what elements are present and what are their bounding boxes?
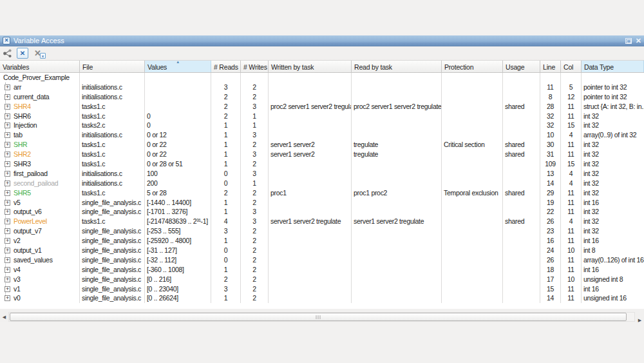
cell-reads[interactable]: 3 [211,226,241,236]
cell-line[interactable]: 14 [540,293,561,303]
expand-plus-icon[interactable]: + [5,228,10,234]
cell-values[interactable] [145,73,211,83]
cell-line[interactable]: 26 [540,255,561,265]
cell-file[interactable]: tasks1.c [80,188,145,198]
cell-read_by[interactable] [352,159,442,169]
cell-file[interactable]: tasks1.c [80,159,145,169]
cell-data_type[interactable]: int 16 [582,236,644,246]
table-row[interactable]: +v3single_file_analysis.c[0 .. 216]22171… [0,275,644,284]
cell-file[interactable]: tasks1.c [80,217,145,226]
column-header-read_by[interactable]: Read by task [352,61,442,72]
cell-writes[interactable]: 2 [241,188,269,198]
cell-read_by[interactable] [352,121,442,130]
cell-protection[interactable] [442,255,503,265]
cell-usage[interactable] [503,169,540,179]
cell-writes[interactable]: 3 [241,102,269,112]
cell-file[interactable]: single_file_analysis.c [80,293,145,303]
cell-values[interactable]: [-25920 .. 4800] [145,236,211,246]
cell-line[interactable]: 19 [540,198,561,208]
cell-reads[interactable]: 0 [211,179,241,188]
cell-values[interactable] [145,102,211,112]
cell-values[interactable]: 0 or 22 [145,140,211,150]
table-row[interactable]: +SHR2tasks1.c0 or 2213server1 server2tre… [0,150,644,159]
cell-usage[interactable] [503,255,540,265]
cell-data_type[interactable]: int 32 [582,179,644,188]
expand-plus-icon[interactable]: + [5,104,10,110]
cell-line[interactable]: 109 [540,159,561,169]
cell-name[interactable]: +output_v6 [0,207,80,217]
cell-usage[interactable] [503,207,540,217]
column-header-col[interactable]: Col [561,61,582,72]
cell-data_type[interactable]: int 32 [582,169,644,179]
cell-data_type[interactable]: int 32 [582,226,644,236]
cell-line[interactable]: 15 [540,284,561,294]
cell-reads[interactable]: 3 [211,284,241,294]
cell-data_type[interactable]: int 16 [582,284,644,294]
cell-writes[interactable]: 2 [241,83,269,92]
cell-usage[interactable]: shared [503,217,540,226]
table-row[interactable]: +SHRtasks1.c0 or 2212server1 server2treg… [0,140,644,150]
cell-data_type[interactable]: int 32 [582,207,644,217]
cell-read_by[interactable] [352,83,442,92]
cell-usage[interactable] [503,73,540,83]
cell-line[interactable]: 31 [540,150,561,159]
cell-line[interactable]: 26 [540,217,561,226]
expand-plus-icon[interactable]: + [5,209,10,215]
scrollbar-track[interactable] [8,312,635,322]
cell-reads[interactable]: 1 [211,159,241,169]
cell-written_by[interactable] [269,112,352,121]
cell-values[interactable]: 0 or 12 [145,130,211,140]
cell-written_by[interactable] [269,169,352,179]
cell-protection[interactable] [442,121,503,130]
cell-name[interactable]: Code_Prover_Example [0,73,80,83]
cell-data_type[interactable]: struct {A: int 32, B: in.. [582,102,644,112]
expand-plus-icon[interactable]: + [5,161,10,167]
cell-file[interactable]: initialisations.c [80,83,145,92]
cell-line[interactable]: 13 [540,169,561,179]
cell-file[interactable]: tasks1.c [80,140,145,150]
column-header-name[interactable]: Variables [0,61,80,72]
cell-file[interactable]: single_file_analysis.c [80,265,145,275]
cell-line[interactable]: 10 [540,130,561,140]
cell-usage[interactable] [503,130,540,140]
cell-file[interactable]: single_file_analysis.c [80,207,145,217]
cell-line[interactable]: 16 [540,236,561,246]
cell-usage[interactable] [503,83,540,92]
cell-name[interactable]: +output_v7 [0,226,80,236]
cell-written_by[interactable] [269,130,352,140]
table-row[interactable]: +tabinitialisations.c0 or 1213104array(0… [0,130,644,140]
cell-read_by[interactable]: proc1 proc2 [352,188,442,198]
cell-read_by[interactable] [352,198,442,208]
expand-plus-icon[interactable]: + [5,248,10,253]
cell-read_by[interactable] [352,73,442,83]
cell-values[interactable]: 5 or 28 [145,188,211,198]
cell-read_by[interactable] [352,255,442,265]
table-row[interactable]: +output_v6single_file_analysis.c[-1701 .… [0,207,644,217]
cell-read_by[interactable]: tregulate [352,140,442,150]
table-row[interactable]: +v1single_file_analysis.c[0 .. 23040]321… [0,284,644,294]
graph-view-button[interactable] [2,48,13,59]
cell-name[interactable]: +SHR5 [0,188,80,198]
cell-read_by[interactable] [352,226,442,236]
cell-writes[interactable]: 3 [241,207,269,217]
cell-col[interactable] [561,73,582,83]
cell-protection[interactable] [442,169,503,179]
cell-protection[interactable] [442,284,503,294]
table-row[interactable]: +arrinitialisations.c32115pointer to int… [0,83,644,92]
cell-name[interactable]: +output_v1 [0,246,80,255]
expand-plus-icon[interactable]: + [5,171,10,177]
cell-data_type[interactable] [582,73,644,83]
cell-reads[interactable]: 1 [211,198,241,208]
cell-name[interactable]: +saved_values [0,255,80,265]
cell-values[interactable]: 200 [145,179,211,188]
cell-data_type[interactable]: int 32 [582,121,644,130]
cell-values[interactable]: [-31 .. 127] [145,246,211,255]
cell-col[interactable]: 11 [561,188,582,198]
cell-written_by[interactable] [269,207,352,217]
cell-values[interactable]: [0 .. 23040] [145,284,211,294]
cell-protection[interactable] [442,159,503,169]
cell-file[interactable]: tasks1.c [80,150,145,159]
cell-usage[interactable] [503,121,540,130]
cell-values[interactable]: [-253 .. 555] [145,226,211,236]
cell-name[interactable]: +first_paiload [0,169,80,179]
